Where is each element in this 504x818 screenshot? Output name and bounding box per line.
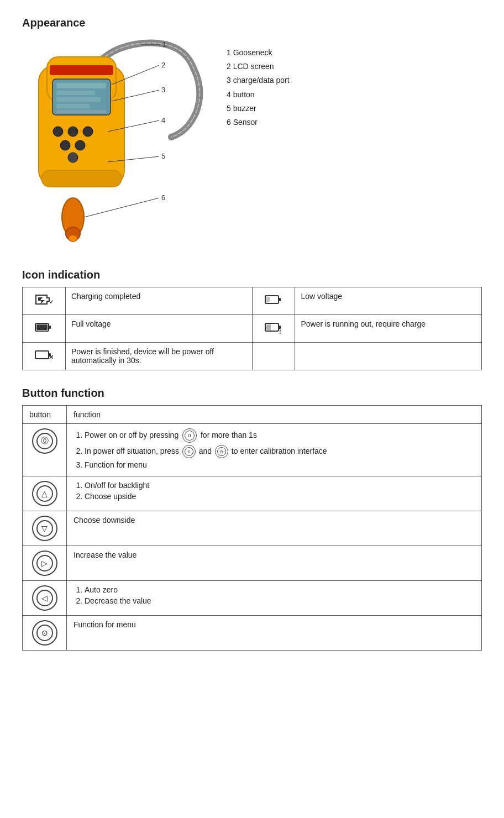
part-item-2: 2 LCD screen <box>227 60 290 74</box>
icon-row-1: ✓ Charging completed Low voltage <box>23 287 482 315</box>
device-svg: 1 2 3 4 5 6 <box>22 35 210 250</box>
up-btn-icon: △ <box>32 481 57 506</box>
svg-line-29 <box>84 198 159 217</box>
svg-point-11 <box>83 127 93 137</box>
icon-3 <box>252 287 295 315</box>
svg-point-12 <box>60 140 70 150</box>
btn-row-down: ▽ Choose downside <box>23 511 482 546</box>
icon-indication-title: Icon indication <box>22 269 482 281</box>
func-col-header: function <box>67 406 482 424</box>
icon-5: ✕ <box>23 343 66 370</box>
svg-point-18 <box>69 235 77 242</box>
svg-rect-8 <box>56 110 106 113</box>
svg-rect-40 <box>266 324 271 330</box>
part-item-5: 5 buzzer <box>227 102 290 116</box>
appearance-title: Appearance <box>22 17 482 29</box>
svg-rect-36 <box>49 326 51 329</box>
left-btn-icon: ◁ <box>32 585 57 611</box>
svg-text:3: 3 <box>161 86 165 94</box>
power-btn-icon: ⓪ <box>32 428 57 454</box>
up-btn-function-list: On/off for backlight Choose upside <box>74 481 475 501</box>
menu-btn-icon: ⊙ <box>32 620 57 646</box>
icon-desc-4: Power is running out, require charge <box>295 315 482 343</box>
btn-col-header: button <box>23 406 67 424</box>
right-btn-inner: ▷ <box>36 555 53 571</box>
icon-desc-1: Charging completed <box>65 287 252 315</box>
up-func-1: On/off for backlight <box>85 481 475 490</box>
part-item-3: 3 charge/data port <box>227 74 290 87</box>
svg-rect-7 <box>56 104 90 108</box>
down-btn-icon-cell: ▽ <box>23 511 67 546</box>
left-btn-functions: Auto zero Decrease the value <box>67 581 482 616</box>
btn-row-left: ◁ Auto zero Decrease the value <box>23 581 482 616</box>
right-btn-icon-cell: ▷ <box>23 546 67 581</box>
power-btn-icon-cell: ⓪ <box>23 424 67 476</box>
icon-indication-section: Icon indication ✓ Charging completed <box>22 269 482 370</box>
appearance-section: Appearance <box>22 17 482 252</box>
left-btn-icon-cell: ◁ <box>23 581 67 616</box>
icon-row-3: ✕ Power is finished, device will be powe… <box>23 343 482 370</box>
part-list: 1 Gooseneck 2 LCD screen 3 charge/data p… <box>227 46 290 129</box>
svg-rect-33 <box>279 298 281 301</box>
svg-point-10 <box>68 127 78 137</box>
svg-rect-6 <box>56 97 101 102</box>
icon-desc-2: Full voltage <box>65 315 252 343</box>
svg-rect-4 <box>56 83 106 88</box>
icon-desc-5: Power is finished, device will be power … <box>65 343 252 370</box>
appearance-content: 1 2 3 4 5 6 1 Gooseneck 2 LCD s <box>22 35 482 252</box>
power-func-1: Power on or off by pressing 0 for more t… <box>85 428 475 443</box>
up-btn-inner: △ <box>36 485 53 502</box>
svg-rect-2 <box>50 65 113 75</box>
svg-text:2: 2 <box>161 61 165 69</box>
svg-rect-34 <box>266 297 270 302</box>
icon-4: ! <box>252 315 295 343</box>
power-btn-function-list: Power on or off by pressing 0 for more t… <box>74 428 475 469</box>
button-function-section: Button function button function ⓪ Power … <box>22 387 482 651</box>
btn-row-power: ⓪ Power on or off by pressing 0 for more… <box>23 424 482 476</box>
btn-table-header: button function <box>23 406 482 424</box>
device-diagram: 1 2 3 4 5 6 <box>22 35 210 252</box>
svg-rect-15 <box>41 170 122 187</box>
svg-point-14 <box>68 153 78 162</box>
icon-row-2: Full voltage ! Power is running out, req… <box>23 315 482 343</box>
icon-6 <box>252 343 295 370</box>
svg-text:✕: ✕ <box>49 354 54 360</box>
button-function-table: button function ⓪ Power on or off by pre… <box>22 405 482 651</box>
svg-rect-37 <box>36 324 48 330</box>
left-func-1: Auto zero <box>85 585 475 594</box>
icon-table: ✓ Charging completed Low voltage <box>22 287 482 370</box>
down-btn-functions: Choose downside <box>67 511 482 546</box>
down-btn-icon: ▽ <box>32 516 57 541</box>
right-btn-icon: ▷ <box>32 550 57 576</box>
part-item-6: 6 Sensor <box>227 116 290 129</box>
up-btn-icon-cell: △ <box>23 476 67 511</box>
down-btn-inner: ▽ <box>36 520 53 537</box>
svg-text:4: 4 <box>161 116 165 124</box>
svg-point-9 <box>53 127 63 137</box>
btn-row-right: ▷ Increase the value <box>23 546 482 581</box>
left-btn-function-list: Auto zero Decrease the value <box>74 585 475 605</box>
icon-1: ✓ <box>23 287 66 315</box>
up-func-2: Choose upside <box>85 492 475 501</box>
menu-btn-functions: Function for menu <box>67 616 482 651</box>
button-function-title: Button function <box>22 387 482 400</box>
svg-point-13 <box>75 140 85 150</box>
up-btn-functions: On/off for backlight Choose upside <box>67 476 482 511</box>
left-btn-inner: ◁ <box>36 590 53 606</box>
btn-row-menu: ⊙ Function for menu <box>23 616 482 651</box>
svg-text:1: 1 <box>162 40 166 49</box>
power-func-3: Function for menu <box>85 460 475 469</box>
power-btn-functions: Power on or off by pressing 0 for more t… <box>67 424 482 476</box>
svg-rect-5 <box>56 91 95 95</box>
part-item-1: 1 Gooseneck <box>227 46 290 60</box>
part-item-4: 4 button <box>227 88 290 102</box>
menu-btn-icon-cell: ⊙ <box>23 616 67 651</box>
menu-btn-inner: ⊙ <box>36 625 53 641</box>
svg-text:6: 6 <box>161 193 165 202</box>
btn-row-up: △ On/off for backlight Choose upside <box>23 476 482 511</box>
power-btn-inner: ⓪ <box>36 433 53 449</box>
left-func-2: Decrease the value <box>85 596 475 605</box>
icon-desc-6 <box>295 343 482 370</box>
icon-2 <box>23 315 66 343</box>
svg-text:!: ! <box>279 328 281 335</box>
